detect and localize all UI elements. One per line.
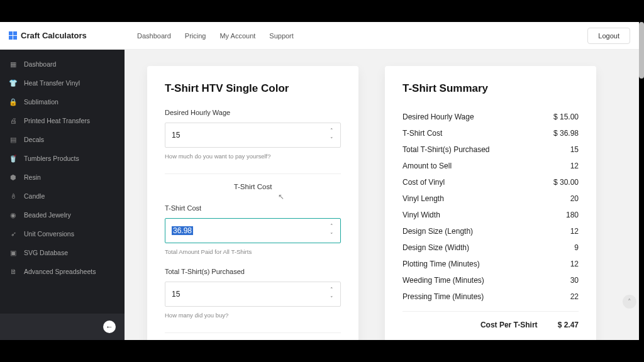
main-content: ↖ T-Shirt HTV Single Color Desired Hourl… (125, 50, 639, 340)
summary-label: Plotting Time (Minutes) (402, 260, 480, 268)
summary-total-label: Cost Per T-Shirt (480, 321, 538, 329)
purchased-label: Total T-Shirt(s) Purchased (165, 268, 341, 275)
sidebar-item-label: Resin (24, 173, 41, 181)
summary-row: Amount to Sell12 (402, 158, 579, 174)
summary-label: Total T-Shirt(s) Purchased (402, 145, 490, 154)
summary-value: 12 (570, 162, 579, 170)
purchased-input[interactable] (172, 290, 321, 299)
chevron-down-icon[interactable]: ˅ (326, 137, 336, 142)
sidebar-item-tumblers[interactable]: 🥤Tumblers Products (0, 149, 125, 168)
summary-total-row: Cost Per T-Shirt $ 2.47 (402, 311, 579, 333)
db-icon: ▣ (9, 248, 18, 257)
sidebar-item-label: Decals (24, 136, 44, 143)
wage-input-wrapper[interactable]: ˄ ˅ (165, 123, 341, 148)
wage-helper: How much do you want to pay yourself? (165, 153, 341, 160)
summary-row: Total T-Shirt(s) Purchased15 (402, 141, 579, 158)
sidebar-item-sublimation[interactable]: 🔒Sublimation (0, 92, 125, 111)
summary-label: Pressing Time (Minutes) (402, 292, 484, 301)
cost-input[interactable]: 36.98 (172, 226, 193, 235)
summary-label: Vinyl Length (402, 194, 444, 203)
summary-row: Plotting Time (Minutes)12 (402, 256, 579, 272)
sidebar-item-label: Sublimation (24, 98, 58, 106)
nav-my-account[interactable]: My Account (219, 32, 255, 40)
nav-dashboard[interactable]: Dashboard (137, 32, 171, 40)
cost-label: T-Shirt Cost (165, 204, 341, 212)
summary-label: T-Shirt Cost (402, 129, 442, 138)
summary-row: Vinyl Width180 (402, 207, 579, 223)
chevron-down-icon[interactable]: ˅ (326, 233, 336, 238)
brand: Craft Calculators (9, 31, 87, 40)
sheet-icon: 🗎 (9, 267, 18, 276)
brand-icon (9, 31, 17, 40)
summary-label: Desired Hourly Wage (402, 112, 474, 121)
purchased-input-wrapper[interactable]: ˄ ˅ (165, 282, 341, 307)
summary-label: Amount to Sell (402, 162, 452, 170)
sidebar-item-label: Dashboard (24, 60, 56, 68)
summary-value: $ 15.00 (553, 112, 579, 121)
summary-row: Pressing Time (Minutes)22 (402, 288, 579, 305)
summary-value: $ 36.98 (553, 129, 579, 138)
sidebar-item-beaded[interactable]: ◉Beaded Jewelry (0, 206, 125, 224)
field-cost: T-Shirt Cost 36.98 ˄ ˅ Total Amount Paid… (165, 204, 341, 255)
chevron-up-icon[interactable]: ˄ (326, 224, 336, 229)
sidebar-item-label: Heat Transfer Vinyl (24, 79, 80, 87)
sidebar-item-label: Tumblers Products (24, 155, 79, 162)
summary-value: 30 (570, 276, 579, 285)
topbar: Craft Calculators Dashboard Pricing My A… (0, 22, 639, 50)
nav-support[interactable]: Support (269, 32, 294, 40)
summary-label: Cost of Vinyl (402, 178, 445, 187)
cost-helper: Total Amount Paid for All T-Shirts (165, 248, 341, 255)
printer-icon: 🖨 (9, 116, 18, 125)
shirt-icon: 👕 (9, 79, 18, 87)
chevron-up-icon[interactable]: ˄ (326, 287, 336, 292)
sidebar-item-dashboard[interactable]: ▦Dashboard (0, 55, 125, 74)
cost-stepper: ˄ ˅ (326, 219, 336, 243)
form-card: T-Shirt HTV Single Color Desired Hourly … (147, 66, 358, 340)
summary-row: Cost of Vinyl$ 30.00 (402, 174, 579, 190)
sidebar-item-candle[interactable]: 🕯Candle (0, 187, 125, 206)
wage-input[interactable] (172, 131, 321, 140)
decals-icon: ▤ (9, 135, 18, 144)
sidebar-item-label: Unit Conversions (24, 230, 74, 238)
divider (165, 332, 341, 333)
summary-value: 20 (570, 194, 579, 203)
summary-row: Vinyl Length20 (402, 190, 579, 207)
sidebar-item-decals[interactable]: ▤Decals (0, 130, 125, 149)
collapse-sidebar-button[interactable]: ← (103, 321, 116, 333)
summary-value: 12 (570, 227, 579, 236)
sidebar-item-unit-conv[interactable]: ➶Unit Conversions (0, 224, 125, 243)
scroll-top-button[interactable]: ˄ (623, 295, 636, 309)
sidebar-item-label: Printed Heat Transfers (24, 117, 90, 124)
summary-row: Weeding Time (Minutes)30 (402, 272, 579, 288)
dashboard-icon: ▦ (9, 60, 18, 69)
field-purchased: Total T-Shirt(s) Purchased ˄ ˅ How many … (165, 268, 341, 319)
sidebar-item-svg-db[interactable]: ▣SVG Database (0, 243, 125, 262)
sidebar-item-htv[interactable]: 👕Heat Transfer Vinyl (0, 74, 125, 92)
divider (165, 173, 341, 174)
purchased-helper: How many did you buy? (165, 312, 341, 319)
nav-pricing[interactable]: Pricing (185, 32, 206, 40)
form-title: T-Shirt HTV Single Color (165, 82, 341, 95)
hexagon-icon: ⬢ (9, 173, 18, 182)
summary-row: Design Size (Width)9 (402, 239, 579, 256)
sidebar-item-printed-heat[interactable]: 🖨Printed Heat Transfers (0, 111, 125, 130)
topnav: Dashboard Pricing My Account Support (137, 32, 294, 40)
logout-button[interactable]: Logout (587, 28, 630, 44)
sidebar-item-label: Beaded Jewelry (24, 211, 71, 219)
chevron-down-icon[interactable]: ˅ (326, 296, 336, 301)
sidebar-item-adv-spreadsheets[interactable]: 🗎Advanced Spreadsheets (0, 262, 125, 281)
brand-name: Craft Calculators (21, 31, 87, 40)
scrollbar[interactable] (639, 22, 644, 79)
summary-value: 9 (574, 243, 579, 252)
arrow-icon: ➶ (9, 229, 18, 238)
summary-value: 22 (570, 292, 579, 301)
cost-input-wrapper[interactable]: 36.98 ˄ ˅ (165, 218, 341, 243)
sidebar-list: ▦Dashboard 👕Heat Transfer Vinyl 🔒Sublima… (0, 50, 125, 281)
summary-value: 180 (566, 211, 579, 219)
sidebar-item-label: Advanced Spreadsheets (24, 268, 96, 275)
chevron-up-icon[interactable]: ˄ (326, 128, 336, 133)
sidebar-item-resin[interactable]: ⬢Resin (0, 168, 125, 187)
summary-label: Weeding Time (Minutes) (402, 276, 484, 285)
summary-row: T-Shirt Cost$ 36.98 (402, 125, 579, 141)
cup-icon: 🥤 (9, 154, 18, 163)
